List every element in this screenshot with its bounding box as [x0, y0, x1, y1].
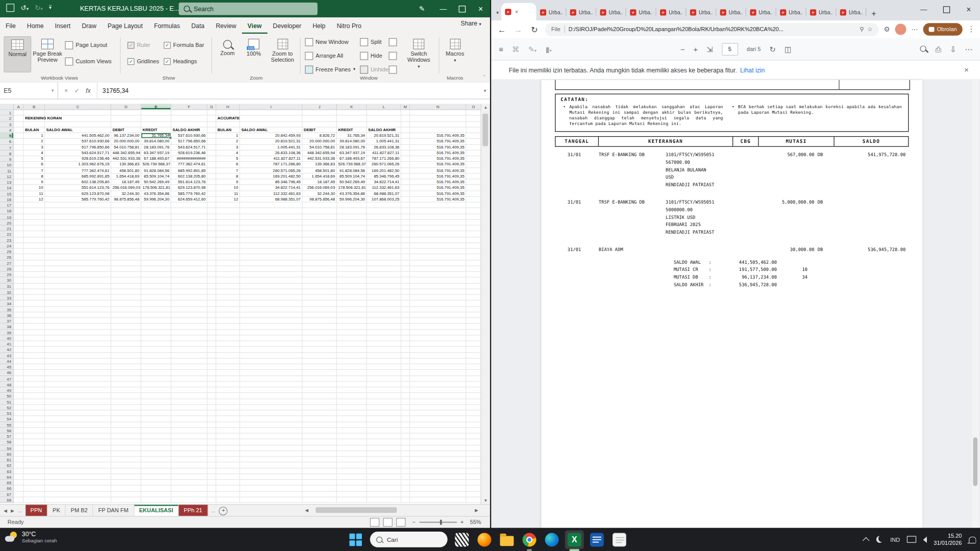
- cell[interactable]: [337, 480, 367, 485]
- column-header-G[interactable]: G: [208, 104, 216, 110]
- cell[interactable]: [14, 121, 24, 127]
- cell[interactable]: [401, 451, 410, 457]
- cell[interactable]: [337, 307, 367, 312]
- cell[interactable]: [401, 283, 410, 289]
- cell[interactable]: [172, 220, 208, 226]
- cell[interactable]: [410, 393, 466, 399]
- cell[interactable]: 112.332.461,63: [367, 185, 401, 191]
- cell[interactable]: [45, 393, 111, 399]
- cell[interactable]: [303, 491, 337, 497]
- row-header-31[interactable]: 31: [0, 283, 14, 289]
- cell[interactable]: [172, 497, 208, 503]
- cell[interactable]: 10: [24, 185, 45, 191]
- cell[interactable]: [466, 382, 481, 387]
- arrange-all-button[interactable]: Arrange All: [305, 51, 344, 61]
- cell[interactable]: [401, 376, 410, 382]
- cell[interactable]: [24, 324, 45, 330]
- cell[interactable]: [172, 121, 208, 127]
- cell[interactable]: [141, 312, 172, 318]
- cell[interactable]: [466, 428, 481, 433]
- column-header-L[interactable]: L: [367, 104, 401, 110]
- tray-overflow-icon[interactable]: [863, 537, 870, 544]
- cell[interactable]: [172, 208, 208, 214]
- cell[interactable]: 777.362.474,61: [45, 168, 111, 173]
- cell[interactable]: [410, 497, 466, 503]
- ribbon-tab-insert[interactable]: Insert: [50, 18, 77, 34]
- cell[interactable]: [111, 243, 141, 248]
- cell[interactable]: [0, 104, 14, 110]
- row-header-23[interactable]: 23: [0, 237, 14, 243]
- cell[interactable]: [216, 457, 240, 462]
- cell[interactable]: [337, 405, 367, 410]
- cell[interactable]: [337, 486, 367, 491]
- cell[interactable]: [111, 208, 141, 214]
- cell[interactable]: [216, 330, 240, 335]
- cell[interactable]: [410, 370, 466, 375]
- cell[interactable]: [141, 474, 172, 480]
- word-taskbar-icon[interactable]: [587, 530, 606, 549]
- cell[interactable]: [410, 486, 466, 491]
- cell[interactable]: [240, 480, 302, 485]
- cell[interactable]: [410, 289, 466, 295]
- page-layout-view-button[interactable]: Page Layout: [65, 40, 107, 50]
- cell[interactable]: [303, 387, 337, 393]
- ribbon-tab-file[interactable]: File: [0, 18, 21, 34]
- cell[interactable]: [172, 468, 208, 474]
- cell[interactable]: [240, 243, 302, 248]
- cell[interactable]: 10: [216, 185, 240, 191]
- cell[interactable]: 526.739.568,37: [337, 162, 367, 167]
- cell[interactable]: [466, 307, 481, 312]
- row-header-68[interactable]: 68: [0, 497, 14, 503]
- cell[interactable]: [337, 330, 367, 335]
- cell[interactable]: [172, 231, 208, 237]
- row-header-12[interactable]: 12: [0, 173, 14, 179]
- row-header-21[interactable]: 21: [0, 226, 14, 231]
- cell[interactable]: [303, 208, 337, 214]
- browser-scrollbar[interactable]: [972, 80, 978, 528]
- row-header-2[interactable]: 2: [0, 116, 14, 121]
- cell[interactable]: [216, 387, 240, 393]
- cell[interactable]: [208, 405, 216, 410]
- cell[interactable]: 458.501,80: [303, 168, 337, 173]
- cell[interactable]: [401, 422, 410, 428]
- cell[interactable]: [466, 330, 481, 335]
- cell[interactable]: [14, 243, 24, 248]
- cell[interactable]: [172, 116, 208, 121]
- fill-handle[interactable]: [168, 136, 172, 140]
- cell[interactable]: SALDO AKHIR: [367, 127, 401, 133]
- cell[interactable]: 85.509.104,74: [141, 173, 172, 179]
- zoom-slider-handle[interactable]: [440, 520, 442, 525]
- cell[interactable]: 442.531.933,36: [111, 156, 141, 162]
- cell[interactable]: [466, 434, 481, 439]
- cell[interactable]: 8: [24, 173, 45, 179]
- cell[interactable]: [141, 318, 172, 323]
- cell[interactable]: [367, 405, 401, 410]
- cell[interactable]: [24, 457, 45, 462]
- cell[interactable]: [466, 318, 481, 323]
- back-icon[interactable]: ←: [496, 24, 507, 34]
- cell[interactable]: [24, 208, 45, 214]
- cell[interactable]: [303, 248, 337, 254]
- cell[interactable]: [466, 162, 481, 167]
- cell[interactable]: [240, 335, 302, 341]
- cell[interactable]: 2: [216, 139, 240, 144]
- cell[interactable]: [111, 457, 141, 462]
- cell[interactable]: [208, 376, 216, 382]
- chrome-taskbar-icon[interactable]: [520, 530, 539, 549]
- cell[interactable]: [208, 307, 216, 312]
- cell[interactable]: [401, 347, 410, 353]
- cell[interactable]: 787.171.266,80: [240, 162, 302, 167]
- cell[interactable]: [367, 116, 401, 121]
- cell[interactable]: [45, 434, 111, 439]
- cell[interactable]: [466, 474, 481, 480]
- cell[interactable]: [208, 203, 216, 208]
- cell[interactable]: [466, 127, 481, 133]
- row-header-1[interactable]: 1: [0, 110, 14, 116]
- edge-taskbar-icon[interactable]: [543, 530, 561, 549]
- new-window-button[interactable]: New Window: [305, 37, 349, 47]
- cell[interactable]: [401, 121, 410, 127]
- cell[interactable]: [240, 283, 302, 289]
- cell[interactable]: [111, 353, 141, 358]
- cell[interactable]: [466, 462, 481, 468]
- row-header-49[interactable]: 49: [0, 387, 14, 393]
